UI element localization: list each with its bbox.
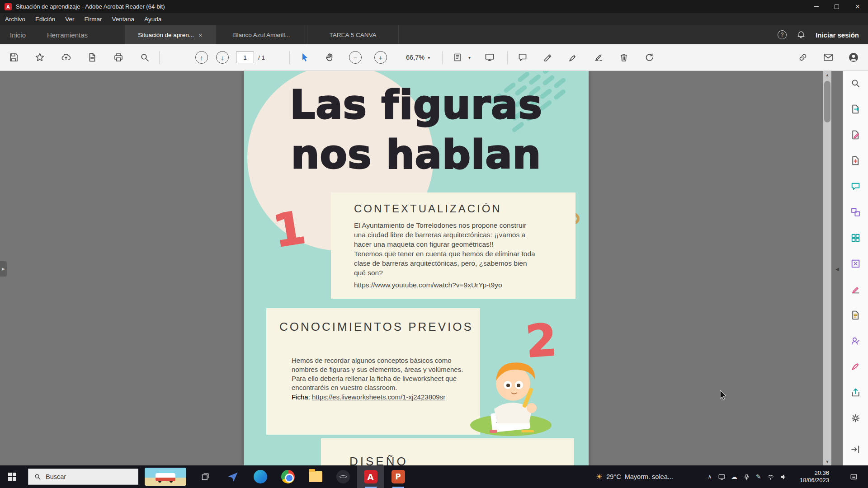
- menu-edicion[interactable]: Edición: [30, 13, 60, 25]
- edge-browser-button[interactable]: [246, 465, 274, 488]
- doc-tab-blanco-azul[interactable]: Blanco Azul Amarill...: [216, 25, 307, 44]
- prepare-form-button[interactable]: [848, 307, 863, 323]
- more-tools-button[interactable]: [848, 410, 863, 426]
- previous-page-button[interactable]: ↑: [195, 51, 208, 64]
- messaging-app-button[interactable]: [219, 465, 246, 488]
- chrome-browser-button[interactable]: [274, 465, 302, 488]
- close-button[interactable]: ×: [847, 0, 868, 13]
- comment-tool-button[interactable]: [516, 51, 529, 64]
- tab-inicio[interactable]: Inicio: [10, 25, 26, 44]
- search-tools-button[interactable]: [848, 75, 863, 91]
- zoom-level-value: 66,7%: [406, 54, 425, 61]
- pdf-page[interactable]: Las figuras nos hablan 1 CONTEXTUALIZACI…: [244, 71, 589, 465]
- scroll-up-button[interactable]: ▲: [823, 71, 831, 79]
- cloud-upload-button[interactable]: [60, 51, 72, 64]
- request-signatures-button[interactable]: [848, 333, 863, 348]
- compress-pdf-icon: [850, 258, 861, 269]
- taskbar-clock[interactable]: 20:36 18/06/2023: [787, 465, 829, 488]
- combine-files-button[interactable]: [848, 204, 863, 220]
- highlight-tool-button[interactable]: [542, 51, 554, 64]
- taskbar-widget-thumbnail[interactable]: [145, 468, 186, 486]
- compress-pdf-button[interactable]: [848, 256, 863, 271]
- start-button[interactable]: [0, 465, 24, 488]
- share-link-button[interactable]: [797, 51, 809, 64]
- cloud-icon[interactable]: ☁: [731, 473, 737, 480]
- asus-app-button[interactable]: [329, 465, 357, 488]
- file-explorer-button[interactable]: [302, 465, 329, 488]
- scrollbar-thumb[interactable]: [824, 81, 830, 122]
- task-view-button[interactable]: [194, 465, 216, 488]
- fill-sign-tool-button[interactable]: [592, 51, 605, 64]
- search-icon: [34, 473, 41, 480]
- hand-tool-button[interactable]: [324, 51, 336, 64]
- notification-icon: [849, 473, 858, 481]
- page-number-input[interactable]: [236, 52, 254, 63]
- powerpoint-app-button[interactable]: P: [384, 465, 412, 488]
- pen-icon: [568, 52, 579, 63]
- sign-in-link[interactable]: Iniciar sesión: [816, 31, 859, 39]
- menu-firmar[interactable]: Firmar: [80, 13, 107, 25]
- document-icon: [87, 52, 98, 63]
- chevron-down-icon[interactable]: ▾: [468, 55, 471, 60]
- doc-tab-tarea5[interactable]: TAREA 5 CANVA: [307, 25, 399, 44]
- export-pdf-button[interactable]: [848, 101, 863, 117]
- maximize-button[interactable]: [826, 0, 847, 13]
- scroll-down-button[interactable]: ▼: [823, 458, 831, 465]
- edit-pdf-button[interactable]: [848, 127, 863, 142]
- next-page-button[interactable]: ↓: [216, 51, 229, 64]
- star-icon: [34, 52, 45, 63]
- zoom-in-button[interactable]: +: [374, 51, 387, 64]
- page-display-button[interactable]: [451, 51, 464, 64]
- taskbar-search[interactable]: Buscar: [28, 469, 138, 485]
- acrobat-app-button[interactable]: A: [357, 465, 384, 488]
- sign-tool-button[interactable]: [567, 51, 580, 64]
- export-document-button[interactable]: [86, 51, 99, 64]
- writing-kid-illustration: [468, 340, 554, 437]
- tab-herramientas[interactable]: Herramientas: [47, 25, 88, 44]
- doc-tab-situacion[interactable]: Situación de apren... ×: [125, 25, 216, 44]
- weather-widget[interactable]: ☀ 29°C Mayorm. solea...: [596, 465, 673, 488]
- certificates-button[interactable]: [848, 359, 863, 374]
- menu-archivo[interactable]: Archivo: [0, 13, 30, 25]
- microphone-icon[interactable]: [743, 473, 750, 481]
- send-email-button[interactable]: [822, 51, 835, 64]
- minimize-button[interactable]: [806, 0, 826, 13]
- vertical-scrollbar[interactable]: ▲ ▼: [823, 71, 831, 465]
- favorites-button[interactable]: [33, 51, 46, 64]
- show-hidden-icons-button[interactable]: ∧: [704, 465, 715, 488]
- zoom-out-button[interactable]: −: [349, 51, 362, 64]
- arrow-left-icon: ◀: [835, 267, 839, 272]
- tab-close-icon[interactable]: ×: [198, 31, 203, 39]
- zoom-level-dropdown[interactable]: 66,7% ▾: [406, 54, 430, 61]
- menu-ver[interactable]: Ver: [60, 13, 79, 25]
- action-center-button[interactable]: [844, 465, 863, 488]
- create-pdf-button[interactable]: [848, 153, 863, 168]
- delete-tool-button[interactable]: [618, 51, 630, 64]
- print-button[interactable]: [112, 51, 125, 64]
- save-button[interactable]: [7, 51, 20, 64]
- youtube-link[interactable]: https://www.youtube.com/watch?v=9xUrYp-t…: [354, 281, 502, 289]
- select-tool-button[interactable]: [298, 51, 311, 64]
- menu-ayuda[interactable]: Ayuda: [139, 13, 166, 25]
- search-button[interactable]: [138, 51, 151, 64]
- menubar: Archivo Edición Ver Firmar Ventana Ayuda: [0, 13, 868, 25]
- wifi-icon[interactable]: [767, 473, 774, 481]
- presentation-button[interactable]: [483, 51, 496, 64]
- monitor-icon[interactable]: [718, 473, 726, 481]
- help-icon[interactable]: ?: [778, 30, 787, 39]
- organize-pages-icon: [850, 232, 861, 244]
- liveworksheets-link[interactable]: https://es.liveworksheets.com/1-xj242380…: [312, 393, 445, 401]
- expand-left-panel-button[interactable]: ▶: [0, 261, 7, 277]
- rotate-tool-button[interactable]: [643, 51, 656, 64]
- share-file-button[interactable]: [848, 385, 863, 400]
- edge-icon: [254, 470, 267, 483]
- hide-tools-button[interactable]: [848, 441, 863, 457]
- pen-icon[interactable]: ✎: [756, 473, 761, 480]
- bell-icon[interactable]: [797, 30, 806, 39]
- menu-ventana[interactable]: Ventana: [107, 13, 140, 25]
- fill-sign-button[interactable]: [848, 282, 863, 297]
- account-button[interactable]: [847, 51, 860, 64]
- collapse-right-panel-button[interactable]: ◀: [833, 261, 841, 277]
- comment-panel-button[interactable]: [848, 178, 863, 194]
- organize-pages-button[interactable]: [848, 230, 863, 245]
